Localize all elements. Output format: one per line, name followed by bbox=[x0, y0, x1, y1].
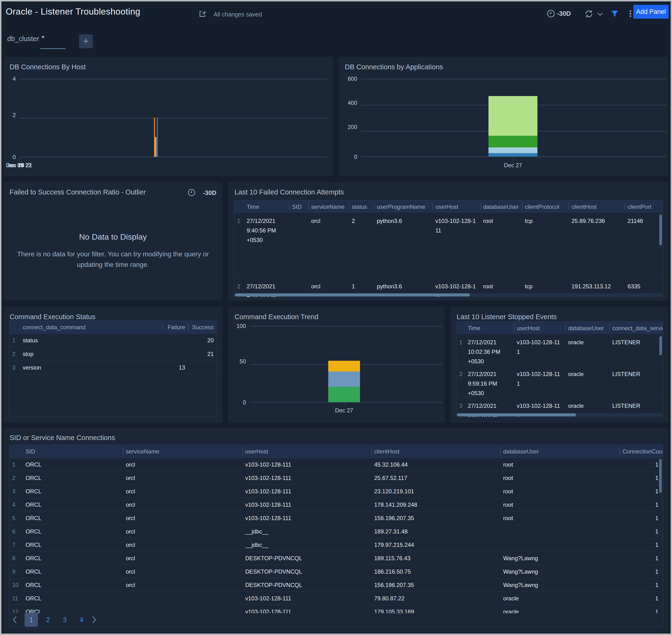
table-row[interactable]: 1 27/12/2021 10:02:36 PM +0530 v103-102-… bbox=[456, 334, 663, 366]
panel-sid-or-service-name-connections: SID or Service Name Connections SID serv… bbox=[3, 428, 669, 633]
table-row[interactable]: 4 ORCL orcl v103-102-128-111 178.141.209… bbox=[9, 498, 663, 511]
cell-sid: ORCL bbox=[23, 538, 123, 551]
cell-user-host: v103-102-128-111 bbox=[242, 458, 371, 471]
table-row[interactable]: 10 ORCL orcl DESKTOP-PDVNCQL 156.196.207… bbox=[9, 578, 663, 592]
cell-failure: 13 bbox=[162, 361, 188, 374]
page-button[interactable]: 4 bbox=[75, 613, 88, 627]
cell-sid: ORCL bbox=[23, 565, 123, 578]
table-row[interactable]: 6 ORCL orcl __jdbc__ 189.27.31.48 1 bbox=[9, 525, 663, 538]
table-row[interactable]: 8 ORCL orcl DESKTOP-PDVNCQL 189.115.76.4… bbox=[9, 552, 663, 565]
table-row[interactable]: 12 ORCL v103-102-128-111 179.105.33.169 … bbox=[9, 605, 663, 613]
vertical-scrollbar-thumb[interactable] bbox=[659, 214, 662, 245]
cell-sid: ORCL bbox=[23, 511, 123, 525]
table-row[interactable]: 2 stop 21 bbox=[9, 347, 217, 361]
page-next-chevron-right-icon[interactable] bbox=[91, 616, 101, 624]
page-prev-chevron-left-icon[interactable] bbox=[12, 616, 21, 624]
table-row[interactable]: 2 ORCL orcl v103-102-128-111 25.67.52.11… bbox=[9, 472, 663, 485]
stacked-bar-dec-27 bbox=[489, 79, 538, 156]
cell-connection-count: 1 bbox=[620, 605, 663, 613]
table-row[interactable]: 1 status 20 bbox=[9, 334, 217, 347]
table-row[interactable]: 9 ORCL orcl DESKTOP-PDVNCQL 186.216.50.7… bbox=[9, 565, 663, 578]
cell-sid bbox=[289, 212, 308, 278]
cell-sid: ORCL bbox=[23, 485, 123, 498]
spike-blue bbox=[157, 117, 158, 157]
cell-service-name: orcl bbox=[123, 472, 242, 484]
cell-success: 21 bbox=[188, 347, 217, 361]
panel-time-range[interactable]: -30D bbox=[203, 189, 216, 197]
horizontal-scrollbar[interactable] bbox=[457, 413, 662, 416]
cell-time-line: +0530 bbox=[247, 235, 286, 245]
cell-service-name: orcl bbox=[308, 212, 349, 278]
vertical-scrollbar-thumb[interactable] bbox=[659, 336, 662, 355]
y-tick-label: 0 bbox=[354, 154, 357, 160]
add-panel-button[interactable]: Add Panel bbox=[633, 5, 669, 19]
y-axis-labels: 6004002000 bbox=[339, 79, 357, 157]
cell-success: 20 bbox=[188, 334, 217, 347]
column-header: serviceName bbox=[308, 200, 349, 212]
horizontal-scrollbar-thumb[interactable] bbox=[457, 413, 576, 416]
cell-user-host: __jdbc__ bbox=[242, 525, 371, 538]
gridline-baseline bbox=[250, 402, 442, 402]
table-row[interactable]: 3 version 13 bbox=[9, 361, 217, 375]
vertical-scrollbar-thumb[interactable] bbox=[659, 459, 662, 493]
panel-db-connections-by-host: DB Connections By Host 420 Dec 16 21Dec … bbox=[3, 57, 333, 176]
table-body: 1 ORCL orcl v103-102-128-111 45.32.106.4… bbox=[9, 458, 663, 613]
cell-service-name: orcl bbox=[123, 458, 242, 471]
listener-events-table: Time userHost databaseUser connect_data_… bbox=[456, 322, 663, 417]
failed-attempts-table: Time SID serviceName status userProgramN… bbox=[234, 200, 663, 297]
cell-user-host: __jdbc__ bbox=[242, 538, 371, 551]
cell-user-host: DESKTOP-PDVNCQL bbox=[242, 552, 371, 565]
add-filter-button[interactable]: + bbox=[79, 35, 93, 48]
table-row[interactable]: 7 ORCL orcl __jdbc__ 179.97.215.244 1 bbox=[9, 538, 663, 552]
cell-database-user: root bbox=[500, 498, 620, 511]
page-button[interactable]: 1 bbox=[25, 613, 38, 627]
refresh-icon[interactable] bbox=[584, 9, 594, 19]
filter-value-input[interactable]: * bbox=[42, 34, 44, 42]
cell-client-port: 21146 bbox=[625, 212, 663, 278]
column-header: Failure bbox=[162, 321, 188, 333]
cell-database-user: root bbox=[500, 472, 620, 484]
column-header: userHost bbox=[432, 200, 480, 212]
panel-title: Last 10 Listener Stopped Events bbox=[456, 313, 557, 321]
table-row[interactable]: 11 ORCL v103-102-128-111 79.80.87.22 ora… bbox=[9, 592, 663, 605]
panel-clock-icon[interactable] bbox=[187, 188, 196, 197]
table-header: connect_data_command Failure Success bbox=[9, 321, 217, 334]
cell-user-host: v103-102-128-111 bbox=[242, 472, 371, 484]
column-header: serviceName bbox=[123, 445, 242, 458]
cell-connection-count: 1 bbox=[620, 458, 663, 471]
cell-command: status bbox=[20, 334, 162, 347]
panel-last-10-failed-connection-attempts: Last 10 Failed Connection Attempts Time … bbox=[228, 182, 669, 301]
filter-input-underline[interactable] bbox=[40, 48, 66, 49]
table-row[interactable]: 1 27/12/2021 9:40:56 PM +0530 orcl 2 pyt… bbox=[234, 212, 663, 278]
table-row[interactable]: 1 ORCL orcl v103-102-128-111 45.32.106.4… bbox=[9, 458, 663, 472]
cell-client-host: 186.216.50.75 bbox=[371, 565, 500, 578]
bar-segment-stack-2-light-blue bbox=[489, 147, 538, 153]
filter-icon[interactable] bbox=[610, 9, 620, 19]
panel-title: DB Connections by Applications bbox=[345, 63, 443, 71]
refresh-chevron-down-icon[interactable] bbox=[597, 12, 604, 17]
sid-connections-table: SID serviceName userHost clientHost data… bbox=[9, 445, 663, 627]
column-header: Time bbox=[244, 200, 289, 212]
table-row[interactable]: 2 27/12/2021 9:59:16 PM +0530 v103-102-1… bbox=[456, 366, 663, 397]
share-icon[interactable] bbox=[198, 9, 207, 19]
horizontal-scrollbar-thumb[interactable] bbox=[235, 293, 470, 297]
page-button[interactable]: 2 bbox=[41, 613, 55, 627]
time-range-value[interactable]: -30D bbox=[557, 10, 571, 18]
horizontal-scrollbar[interactable] bbox=[235, 293, 662, 297]
page-button[interactable]: 3 bbox=[58, 613, 71, 627]
cell-sid: ORCL bbox=[23, 472, 123, 484]
cell-service-name: orcl bbox=[123, 565, 242, 578]
column-header: clientPort bbox=[625, 200, 663, 212]
y-tick-label: 4 bbox=[13, 76, 16, 82]
table-row[interactable]: 3 ORCL orcl v103-102-128-111 23.120.219.… bbox=[9, 485, 663, 498]
panel-command-execution-status: Command Execution Status connect_data_co… bbox=[3, 307, 223, 423]
cell-command: version bbox=[20, 361, 162, 374]
time-range-clock-icon[interactable] bbox=[546, 9, 556, 18]
command-status-table: connect_data_command Failure Success 1 s… bbox=[9, 321, 217, 416]
cell-database-user: Wang?Lawng bbox=[500, 578, 620, 592]
table-row[interactable]: 5 ORCL orcl v103-102-128-111 156.196.207… bbox=[9, 511, 663, 525]
panel-command-execution-trend: Command Execution Trend 100500 Dec 27 bbox=[228, 307, 445, 423]
cell-time-line: 9:59:16 PM bbox=[468, 379, 511, 389]
cell-client-protocol: tcp bbox=[522, 212, 568, 278]
cell-connection-count: 1 bbox=[620, 511, 663, 525]
